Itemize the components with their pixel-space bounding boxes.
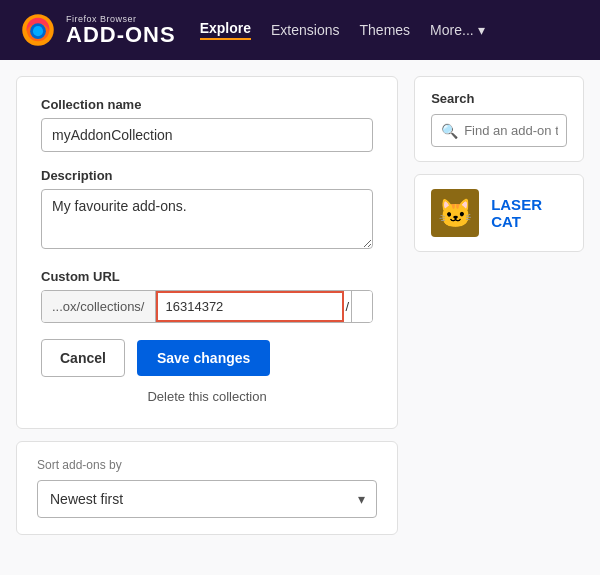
collection-name-label: Collection name (41, 97, 373, 112)
brand-title: ADD-ONS (66, 24, 176, 46)
sort-select-wrapper: Newest first Oldest first Name (A-Z) Nam… (37, 480, 377, 518)
url-slug-input[interactable] (351, 291, 372, 322)
collection-name-field: Collection name (41, 97, 373, 152)
search-input-wrapper: 🔍 (431, 114, 567, 147)
addon-card: 🐱 LASER CAT (414, 174, 584, 252)
form-button-row: Cancel Save changes (41, 339, 373, 377)
nav-more[interactable]: More... ▾ (430, 22, 485, 38)
custom-url-row: ...ox/collections/ / (41, 290, 373, 323)
url-id-input[interactable] (156, 291, 344, 322)
addon-thumb-icon: 🐱 (438, 197, 473, 230)
description-field: Description (41, 168, 373, 253)
chevron-down-icon: ▾ (478, 22, 485, 38)
description-label: Description (41, 168, 373, 183)
collection-name-input[interactable] (41, 118, 373, 152)
url-prefix: ...ox/collections/ (42, 291, 156, 322)
save-changes-button[interactable]: Save changes (137, 340, 270, 376)
url-separator: / (344, 291, 352, 322)
addon-name[interactable]: LASER CAT (491, 196, 567, 230)
nav-more-label: More... (430, 22, 474, 38)
search-label: Search (431, 91, 567, 106)
header: Firefox Browser ADD-ONS Explore Extensio… (0, 0, 600, 60)
right-panel: Search 🔍 🐱 LASER CAT (414, 76, 584, 535)
cancel-button[interactable]: Cancel (41, 339, 125, 377)
main-nav: Explore Extensions Themes More... ▾ (200, 20, 485, 40)
left-panel: Collection name Description Custom URL .… (16, 76, 398, 535)
sort-card: Sort add-ons by Newest first Oldest firs… (16, 441, 398, 535)
nav-explore[interactable]: Explore (200, 20, 251, 40)
brand-text: Firefox Browser ADD-ONS (66, 15, 176, 46)
firefox-logo-icon (20, 12, 56, 48)
svg-point-3 (33, 26, 43, 36)
custom-url-field: Custom URL ...ox/collections/ / (41, 269, 373, 323)
addon-thumbnail: 🐱 (431, 189, 479, 237)
sort-select[interactable]: Newest first Oldest first Name (A-Z) Nam… (37, 480, 377, 518)
delete-collection-link[interactable]: Delete this collection (41, 389, 373, 404)
nav-themes[interactable]: Themes (360, 22, 411, 38)
sort-label: Sort add-ons by (37, 458, 377, 472)
main-content: Collection name Description Custom URL .… (0, 60, 600, 551)
collection-form-card: Collection name Description Custom URL .… (16, 76, 398, 429)
search-icon: 🔍 (441, 123, 458, 139)
search-card: Search 🔍 (414, 76, 584, 162)
brand-subtitle: Firefox Browser (66, 15, 176, 24)
nav-extensions[interactable]: Extensions (271, 22, 339, 38)
logo-area: Firefox Browser ADD-ONS (20, 12, 176, 48)
description-textarea[interactable] (41, 189, 373, 249)
custom-url-label: Custom URL (41, 269, 373, 284)
